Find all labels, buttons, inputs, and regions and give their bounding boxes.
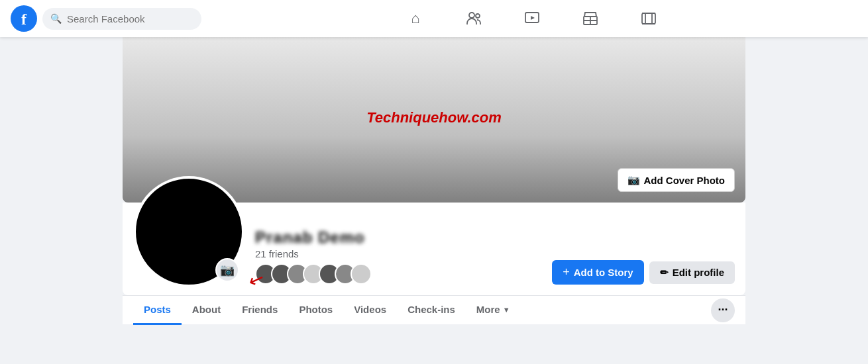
- chevron-down-icon: ▼: [503, 306, 510, 314]
- profile-info-row: 📷 ↙ Pranab Demo 21 friends: [123, 203, 745, 295]
- search-input[interactable]: [67, 13, 193, 24]
- add-cover-label: Add Cover Photo: [644, 175, 726, 186]
- edit-profile-button[interactable]: ✏ Edit profile: [649, 261, 735, 284]
- profile-friends-count: 21 friends: [255, 248, 541, 259]
- add-to-story-button[interactable]: + Add to Story: [552, 260, 644, 285]
- tab-friends[interactable]: Friends: [231, 296, 288, 325]
- svg-marker-3: [531, 16, 535, 20]
- top-navigation: f 🔍 ⌂: [0, 0, 868, 37]
- pencil-icon: ✏: [660, 267, 669, 279]
- more-label: More: [476, 304, 500, 315]
- tab-checkins[interactable]: Check-ins: [397, 296, 466, 325]
- edit-profile-label: Edit profile: [673, 267, 724, 278]
- logo-letter: f: [21, 11, 27, 27]
- watch-nav-button[interactable]: [516, 3, 548, 34]
- watermark-text: Techniquehow.com: [366, 109, 502, 126]
- profile-text: Pranab Demo 21 friends: [255, 228, 541, 287]
- camera-icon: 📷: [627, 174, 640, 186]
- avatar-wrap: 📷 ↙: [133, 176, 244, 287]
- add-to-story-label: Add to Story: [574, 267, 633, 278]
- home-nav-button[interactable]: ⌂: [400, 3, 431, 34]
- profile-name: Pranab Demo: [255, 228, 541, 247]
- more-options-button[interactable]: ···: [711, 298, 735, 322]
- tab-more[interactable]: More ▼: [466, 296, 521, 325]
- add-cover-photo-button[interactable]: 📷 Add Cover Photo: [618, 168, 735, 192]
- three-dots-icon: ···: [718, 303, 728, 317]
- svg-point-0: [469, 13, 474, 18]
- friends-nav-button[interactable]: [458, 3, 490, 34]
- nav-icons-group: ⌂: [207, 3, 857, 34]
- marketplace-nav-button[interactable]: [574, 3, 606, 34]
- tab-videos[interactable]: Videos: [343, 296, 397, 325]
- facebook-logo[interactable]: f: [11, 5, 37, 32]
- svg-point-1: [476, 14, 480, 18]
- profile-section: 📷 ↙ Pranab Demo 21 friends: [123, 203, 745, 295]
- search-bar[interactable]: 🔍: [42, 8, 201, 30]
- friend-avatar: [351, 263, 372, 285]
- gaming-nav-button[interactable]: [633, 3, 665, 34]
- tab-posts[interactable]: Posts: [133, 296, 182, 325]
- tab-photos[interactable]: Photos: [288, 296, 343, 325]
- tab-about[interactable]: About: [182, 296, 231, 325]
- friend-avatars-row: [255, 263, 541, 285]
- avatar-camera-icon: 📷: [220, 263, 235, 277]
- profile-tabs: Posts About Friends Photos Videos Check-…: [123, 295, 745, 324]
- profile-actions: + Add to Story ✏ Edit profile: [552, 260, 735, 287]
- svg-rect-5: [642, 13, 655, 24]
- main-content: Techniquehow.com 📷 Add Cover Photo 📷 ↙ P…: [0, 37, 868, 324]
- search-icon: 🔍: [50, 13, 62, 24]
- plus-icon: +: [563, 265, 570, 279]
- avatar-camera-button[interactable]: 📷: [215, 258, 239, 282]
